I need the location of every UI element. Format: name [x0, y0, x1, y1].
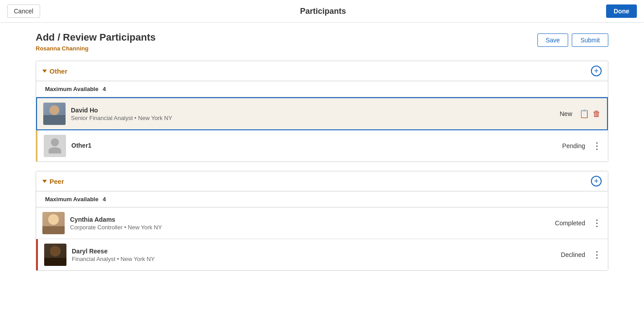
participant-name-david: David Ho [71, 107, 537, 114]
top-bar: Add / Review Participants Rosanna Channi… [36, 32, 608, 52]
more-icon-cynthia[interactable]: ⋮ [592, 218, 602, 228]
avatar-other1 [44, 135, 66, 157]
done-button[interactable]: Done [606, 4, 637, 18]
chevron-down-icon[interactable] [42, 70, 47, 73]
row-actions-daryl: ⋮ [592, 249, 602, 260]
participant-status-other1: Pending [549, 142, 585, 149]
section-peer: Peer + Maximum Available 4 Cynthia Adams… [36, 171, 608, 271]
participant-row-cynthia: Cynthia Adams Corporate Controller • New… [36, 207, 608, 239]
avatar-cynthia [42, 212, 65, 234]
participant-info-david: David Ho Senior Financial Analyst • New … [71, 107, 537, 121]
participant-name-cynthia: Cynthia Adams [70, 216, 549, 223]
row-actions-cynthia: ⋮ [592, 218, 602, 228]
main-content: Add / Review Participants Rosanna Channi… [0, 23, 644, 289]
avatar-daryl [44, 244, 66, 266]
participant-status-david: New [537, 110, 572, 117]
participant-name-daryl: Daryl Reese [72, 248, 549, 255]
chevron-down-icon-peer[interactable] [42, 180, 47, 183]
delete-icon[interactable]: 🗑 [593, 109, 601, 119]
peer-max-available: Maximum Available 4 [36, 191, 608, 207]
row-actions-other1: ⋮ [592, 141, 602, 151]
more-icon-daryl[interactable]: ⋮ [592, 249, 602, 260]
more-icon[interactable]: ⋮ [592, 141, 602, 151]
section-peer-header: Peer + [36, 171, 608, 191]
row-actions-david: 📋 🗑 [579, 109, 601, 119]
participant-info-cynthia: Cynthia Adams Corporate Controller • New… [70, 216, 549, 231]
participant-name-other1: Other1 [71, 142, 549, 149]
participant-row-other1: Other1 Pending ⋮ [36, 130, 608, 162]
add-peer-button[interactable]: + [591, 176, 602, 186]
participant-detail-david: Senior Financial Analyst • New York NY [71, 115, 537, 121]
person-head-icon [51, 138, 59, 146]
copy-icon[interactable]: 📋 [579, 109, 589, 119]
header: Cancel Participants Done [0, 0, 644, 23]
page-title: Participants [40, 7, 606, 16]
page-heading: Add / Review Participants [36, 32, 156, 43]
top-actions: Save Submit [537, 33, 609, 47]
cancel-button[interactable]: Cancel [7, 4, 40, 18]
heading-area: Add / Review Participants Rosanna Channi… [36, 32, 156, 52]
participant-detail-daryl: Financial Analyst • New York NY [72, 256, 549, 262]
add-other-button[interactable]: + [591, 66, 602, 76]
person-body-icon [49, 147, 61, 153]
section-other-header: Other + [36, 61, 608, 81]
participant-info-daryl: Daryl Reese Financial Analyst • New York… [72, 248, 549, 262]
submit-button[interactable]: Submit [572, 33, 608, 47]
other-max-available: Maximum Available 4 [36, 81, 608, 97]
save-button[interactable]: Save [537, 33, 569, 47]
participant-status-daryl: Declined [549, 251, 585, 258]
participant-status-cynthia: Completed [549, 219, 585, 227]
section-other: Other + Maximum Available 4 David Ho Sen… [36, 61, 608, 162]
avatar-david [43, 103, 66, 125]
participant-row-daryl: Daryl Reese Financial Analyst • New York… [36, 239, 608, 270]
section-other-title: Other [42, 67, 67, 75]
participant-detail-cynthia: Corporate Controller • New York NY [70, 224, 549, 231]
participant-info-other1: Other1 [71, 142, 549, 150]
participant-row-david: David Ho Senior Financial Analyst • New … [36, 97, 608, 130]
subject-name: Rosanna Channing [36, 45, 156, 52]
section-peer-title: Peer [42, 178, 64, 185]
